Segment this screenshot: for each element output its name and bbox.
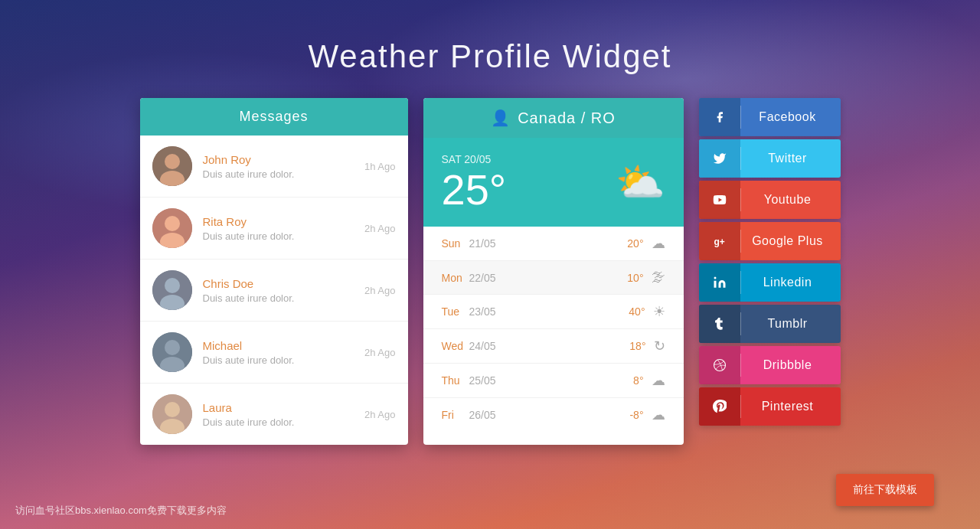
weather-header: 👤 Canada / RO: [423, 98, 684, 138]
message-content: Michael Duis aute irure dolor.: [203, 339, 354, 366]
message-item: Michael Duis aute irure dolor. 2h Ago: [140, 322, 408, 384]
forecast-date: 23/05: [469, 305, 618, 318]
avatar: [152, 270, 192, 310]
svg-point-2: [165, 154, 180, 169]
message-name: Chris Doe: [203, 277, 354, 290]
page-title: Weather Profile Widget: [0, 0, 980, 98]
social-tumblr-button[interactable]: Tumblr: [699, 305, 841, 343]
tumblr-icon: [699, 305, 740, 343]
forecast-list: Sun 21/05 20° ☁ Mon 22/05 10° 🌫 Tue 23/0…: [423, 227, 684, 432]
message-text: Duis aute irure dolor.: [203, 230, 354, 242]
forecast-temp: 10°: [616, 272, 644, 284]
social-label: Linkedin: [741, 276, 841, 289]
forecast-temp: 18°: [619, 340, 646, 352]
forecast-row: Thu 25/05 8° ☁: [423, 364, 684, 398]
message-name: Michael: [203, 339, 354, 352]
social-pinterest-button[interactable]: Pinterest: [699, 387, 841, 426]
social-youtube-button[interactable]: Youtube: [699, 181, 841, 219]
social-label: Pinterest: [741, 400, 841, 413]
social-twitter-button[interactable]: Twitter: [699, 139, 841, 178]
forecast-date: 24/05: [469, 340, 619, 352]
twitter-icon: [699, 139, 740, 178]
social-dribbble-button[interactable]: Dribbble: [699, 346, 841, 384]
message-name: Rita Roy: [203, 215, 354, 228]
message-item: Laura Duis aute irure dolor. 2h Ago: [140, 384, 408, 445]
svg-point-21: [714, 277, 716, 279]
weather-temp: 25°: [442, 168, 507, 211]
watermark: 访问血号社区bbs.xienlao.com免费下载更多内容: [15, 504, 227, 518]
forecast-row: Sun 21/05 20° ☁: [423, 227, 684, 261]
forecast-row: Wed 24/05 18° ↻: [423, 329, 684, 364]
social-googleplus-button[interactable]: g+ Google Plus: [699, 222, 841, 260]
forecast-day: Mon: [442, 272, 469, 284]
dribbble-icon: [699, 346, 740, 384]
message-content: Laura Duis aute irure dolor.: [203, 401, 354, 428]
message-time: 2h Ago: [364, 285, 396, 296]
forecast-icon: 🌫: [652, 269, 665, 286]
forecast-day: Sun: [442, 237, 469, 250]
social-label: Google Plus: [741, 234, 841, 248]
message-time: 2h Ago: [364, 409, 396, 420]
forecast-day: Tue: [442, 305, 469, 318]
forecast-date: 25/05: [469, 374, 616, 387]
svg-text:g+: g+: [714, 237, 724, 247]
forecast-row: Fri 26/05 -8° ☁: [423, 398, 684, 432]
social-facebook-button[interactable]: Facebook: [699, 98, 841, 136]
googleplus-icon: g+: [699, 222, 740, 260]
social-label: Tumblr: [741, 317, 841, 331]
forecast-icon: ☁: [652, 407, 665, 423]
facebook-icon: [699, 98, 740, 136]
youtube-icon: [699, 181, 740, 219]
message-item: John Roy Duis aute irure dolor. 1h Ago: [140, 136, 408, 198]
forecast-icon: ☁: [652, 235, 665, 252]
messages-list: John Roy Duis aute irure dolor. 1h Ago R…: [140, 136, 408, 445]
social-label: Facebook: [741, 110, 841, 124]
forecast-temp: 8°: [616, 374, 644, 387]
widgets-container: Messages John Roy Duis aute irure dolor.…: [0, 98, 980, 445]
message-time: 2h Ago: [364, 347, 396, 358]
message-text: Duis aute irure dolor.: [203, 354, 354, 366]
forecast-icon: ☀: [653, 303, 665, 320]
forecast-day: Thu: [442, 374, 469, 387]
linkedin-icon: [699, 263, 740, 302]
location-icon: 👤: [491, 109, 510, 127]
forecast-row: Tue 23/05 40° ☀: [423, 295, 684, 329]
social-label: Twitter: [741, 152, 841, 165]
avatar: [152, 208, 192, 248]
message-time: 1h Ago: [364, 161, 396, 172]
message-name: Laura: [203, 401, 354, 414]
message-content: Chris Doe Duis aute irure dolor.: [203, 277, 354, 304]
forecast-day: Wed: [442, 340, 469, 352]
download-button[interactable]: 前往下载模板: [836, 474, 934, 506]
svg-point-6: [165, 216, 180, 231]
forecast-temp: 40°: [618, 305, 645, 318]
svg-point-18: [165, 402, 180, 417]
forecast-date: 22/05: [469, 272, 616, 284]
social-widget: Facebook Twitter Youtube g+ Google Plus: [699, 98, 841, 445]
message-item: Chris Doe Duis aute irure dolor. 2h Ago: [140, 260, 408, 322]
weather-current: SAT 20/05 25° ⛅: [423, 138, 684, 227]
forecast-day: Fri: [442, 409, 469, 421]
forecast-temp: -8°: [616, 409, 644, 421]
weather-date: SAT 20/05: [442, 153, 507, 165]
avatar: [152, 394, 192, 434]
messages-widget: Messages John Roy Duis aute irure dolor.…: [140, 98, 408, 445]
message-text: Duis aute irure dolor.: [203, 416, 354, 428]
avatar: [152, 146, 192, 186]
forecast-row: Mon 22/05 10° 🌫: [423, 261, 684, 295]
message-content: Rita Roy Duis aute irure dolor.: [203, 215, 354, 242]
forecast-temp: 20°: [616, 237, 644, 250]
message-text: Duis aute irure dolor.: [203, 168, 354, 180]
weather-icon: ⛅: [616, 159, 665, 206]
social-label: Youtube: [741, 193, 841, 207]
social-linkedin-button[interactable]: Linkedin: [699, 263, 841, 302]
message-item: Rita Roy Duis aute irure dolor. 2h Ago: [140, 198, 408, 260]
forecast-date: 26/05: [469, 409, 616, 421]
avatar: [152, 332, 192, 372]
message-name: John Roy: [203, 153, 354, 166]
pinterest-icon: [699, 387, 740, 426]
svg-point-14: [165, 340, 180, 355]
message-text: Duis aute irure dolor.: [203, 292, 354, 304]
svg-point-10: [165, 278, 180, 293]
forecast-icon: ☁: [652, 372, 665, 389]
